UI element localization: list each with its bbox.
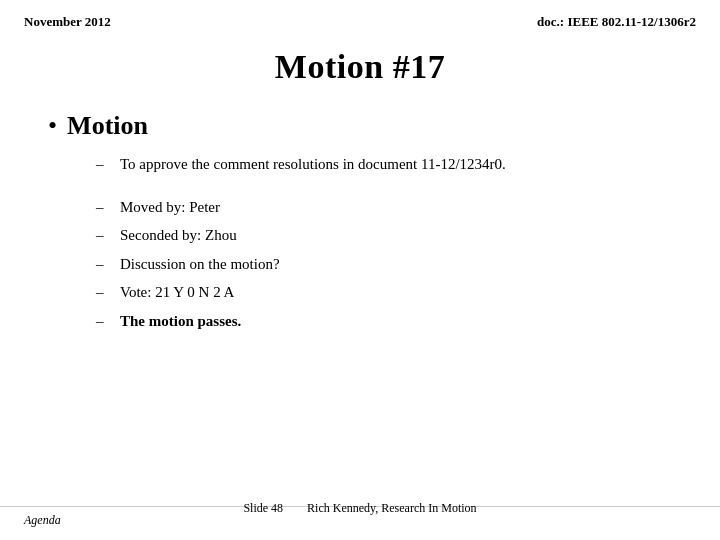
sub-items-group: – To approve the comment resolutions in …	[48, 153, 672, 332]
list-item: – Discussion on the motion?	[96, 253, 672, 276]
spacer	[96, 182, 672, 196]
sub-item-text: Discussion on the motion?	[120, 253, 280, 276]
list-item: – Moved by: Peter	[96, 196, 672, 219]
footer-slide-number: Slide 48	[243, 501, 283, 516]
list-item: – Vote: 21 Y 0 N 2 A	[96, 281, 672, 304]
slide-header: November 2012 doc.: IEEE 802.11-12/1306r…	[0, 0, 720, 30]
header-date: November 2012	[24, 14, 111, 30]
dash-icon: –	[96, 310, 110, 333]
list-item: – To approve the comment resolutions in …	[96, 153, 672, 176]
dash-icon: –	[96, 224, 110, 247]
sub-item-text: To approve the comment resolutions in do…	[120, 153, 506, 176]
main-bullet: • Motion	[48, 110, 672, 141]
dash-icon: –	[96, 196, 110, 219]
slide-title: Motion #17	[275, 48, 445, 85]
title-section: Motion #17	[0, 48, 720, 86]
sub-item-text: Moved by: Peter	[120, 196, 220, 219]
footer-author: Rich Kennedy, Research In Motion	[307, 501, 477, 516]
dash-icon: –	[96, 153, 110, 176]
footer-agenda: Agenda	[24, 513, 61, 528]
dash-icon: –	[96, 253, 110, 276]
list-item: – The motion passes.	[96, 310, 672, 333]
sub-item-text: Seconded by: Zhou	[120, 224, 237, 247]
slide-footer: Agenda Slide 48 Rich Kennedy, Research I…	[0, 506, 720, 528]
main-bullet-text: Motion	[67, 110, 148, 141]
header-doc: doc.: IEEE 802.11-12/1306r2	[537, 14, 696, 30]
sub-item-text-bold: The motion passes.	[120, 310, 241, 333]
list-item: – Seconded by: Zhou	[96, 224, 672, 247]
bullet-icon: •	[48, 110, 57, 141]
content-section: • Motion – To approve the comment resolu…	[0, 110, 720, 332]
dash-icon: –	[96, 281, 110, 304]
sub-item-text: Vote: 21 Y 0 N 2 A	[120, 281, 234, 304]
slide: November 2012 doc.: IEEE 802.11-12/1306r…	[0, 0, 720, 540]
